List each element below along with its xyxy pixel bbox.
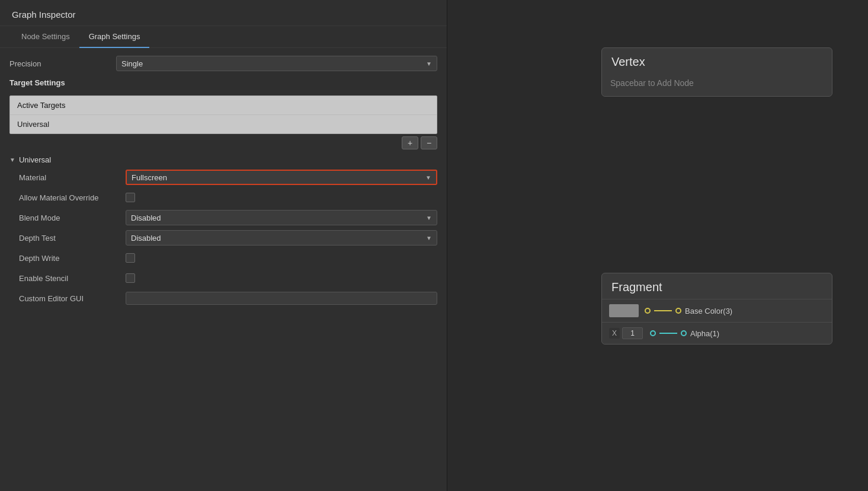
target-settings-label: Target Settings [9,78,116,87]
depth-write-row: Depth Write [19,250,437,266]
alpha-x-label: X [609,328,620,339]
material-value: Fullscreen [132,173,167,182]
vertex-node-title: Vertex [602,48,832,74]
enable-stencil-checkbox[interactable] [126,273,135,283]
fragment-node: Fragment Base Color(3) X Alpha(1) [601,273,832,345]
base-color-label: Base Color(3) [685,307,825,315]
alpha-value-input[interactable] [622,327,643,339]
material-label: Material [19,173,126,182]
panel-content: Precision Single ▼ Target Settings Activ… [0,48,447,491]
custom-editor-label: Custom Editor GUI [19,294,126,303]
depth-test-row: Depth Test Disabled ▼ [19,229,437,246]
enable-stencil-label: Enable Stencil [19,274,126,283]
section-arrow-icon: ▼ [9,157,15,163]
panel-title: Graph Inspector [0,0,447,26]
depth-test-dropdown[interactable]: Disabled ▼ [126,230,437,246]
tab-node-settings[interactable]: Node Settings [12,26,79,48]
alpha-x-input: X [609,327,643,339]
depth-test-label: Depth Test [19,234,126,243]
target-list: Active Targets Universal [9,95,437,134]
blend-mode-label: Blend Mode [19,213,126,222]
precision-arrow-icon: ▼ [426,60,432,67]
alpha-left-port[interactable] [650,330,656,336]
allow-override-label: Allow Material Override [19,193,126,202]
material-row: Material Fullscreen ▼ [19,169,437,186]
universal-section-title: Universal [19,155,51,164]
remove-target-button[interactable]: − [421,136,437,149]
base-color-swatch[interactable] [609,304,639,317]
custom-editor-row: Custom Editor GUI [19,290,437,307]
base-color-connector [654,310,672,311]
blend-mode-arrow-icon: ▼ [426,215,432,221]
target-settings-row: Target Settings [9,75,437,92]
alpha-right-port[interactable] [681,330,687,336]
tab-bar: Node Settings Graph Settings [0,26,447,48]
tab-graph-settings[interactable]: Graph Settings [79,26,150,48]
universal-target-item[interactable]: Universal [10,115,437,133]
allow-override-checkbox[interactable] [126,193,135,202]
universal-settings: Material Fullscreen ▼ Allow Material Ove… [9,169,437,307]
base-color-left-port[interactable] [645,308,651,314]
custom-editor-input[interactable] [126,292,437,305]
list-buttons: + − [9,136,437,149]
depth-test-value: Disabled [131,234,161,243]
blend-mode-dropdown[interactable]: Disabled ▼ [126,210,437,225]
depth-write-checkbox[interactable] [126,253,135,263]
depth-write-label: Depth Write [19,254,126,263]
precision-row: Precision Single ▼ [9,55,437,72]
fragment-node-title: Fragment [602,273,832,299]
vertex-node-placeholder: Spacebar to Add Node [602,74,832,96]
base-color-right-port[interactable] [675,308,681,314]
alpha-connector [659,333,677,334]
vertex-node: Vertex Spacebar to Add Node [601,47,832,97]
active-targets-item[interactable]: Active Targets [10,96,437,115]
universal-section-header: ▼ Universal [9,155,437,164]
blend-mode-value: Disabled [131,213,161,222]
depth-test-arrow-icon: ▼ [426,235,432,241]
alpha-label: Alpha(1) [690,329,825,338]
enable-stencil-row: Enable Stencil [19,270,437,286]
material-dropdown[interactable]: Fullscreen ▼ [126,170,437,185]
graph-canvas: Vertex Spacebar to Add Node Fragment Bas… [447,0,868,491]
material-arrow-icon: ▼ [425,174,431,181]
precision-dropdown[interactable]: Single ▼ [116,56,437,71]
graph-inspector-panel: Graph Inspector Node Settings Graph Sett… [0,0,447,491]
alpha-port-row: X Alpha(1) [602,322,832,344]
precision-label: Precision [9,59,116,68]
add-target-button[interactable]: + [402,136,418,149]
allow-override-row: Allow Material Override [19,189,437,206]
blend-mode-row: Blend Mode Disabled ▼ [19,209,437,226]
base-color-port-row: Base Color(3) [602,299,832,322]
precision-value: Single [121,59,143,68]
